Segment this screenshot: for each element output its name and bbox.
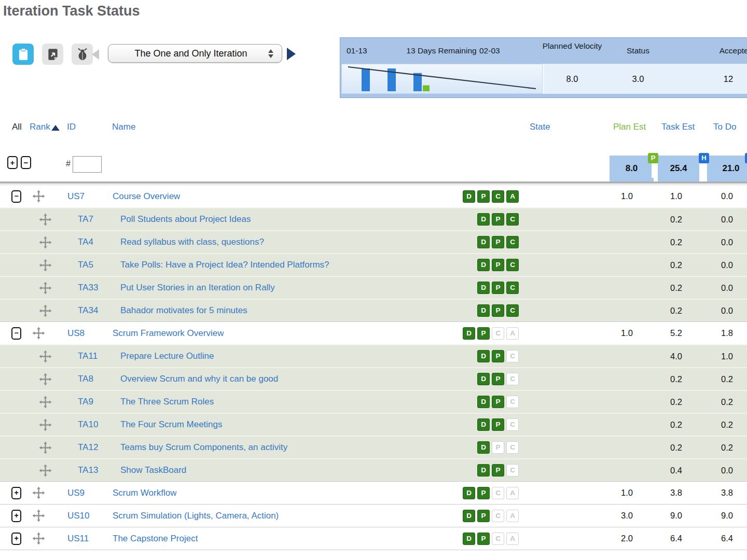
state-badge-d-filled[interactable]: D (463, 533, 475, 545)
state-badge-p-filled[interactable]: P (492, 304, 504, 317)
drag-handle-icon[interactable] (39, 304, 52, 317)
state-badge-d-filled[interactable]: D (477, 418, 490, 431)
iteration-select[interactable]: The One and Only Iteration (108, 44, 282, 63)
row-name-link[interactable]: The Capstone Project (113, 534, 198, 544)
state-badge-p-filled[interactable]: P (492, 464, 504, 477)
state-badge-p-filled[interactable]: P (492, 396, 504, 408)
state-badge-d-filled[interactable]: D (477, 259, 490, 271)
state-badge-p-filled[interactable]: P (492, 282, 504, 294)
row-id-link[interactable]: TA12 (78, 442, 98, 453)
state-badge-c-empty[interactable]: C (492, 327, 504, 340)
state-badge-a-filled[interactable]: A (506, 190, 519, 203)
collapse-row-button[interactable]: − (11, 327, 21, 340)
state-badge-c-empty[interactable]: C (492, 510, 504, 522)
state-badge-p-filled[interactable]: P (477, 327, 490, 340)
state-badge-p-filled[interactable]: P (477, 533, 490, 545)
row-name-link[interactable]: Poll Students about Project Ideas (120, 214, 251, 225)
state-badge-p-filled[interactable]: P (492, 373, 504, 385)
state-badge-c-empty[interactable]: C (506, 441, 519, 454)
state-badge-c-empty[interactable]: C (506, 464, 519, 477)
state-badge-a-empty[interactable]: A (506, 487, 519, 499)
drag-handle-icon[interactable] (32, 327, 45, 340)
drag-handle-icon[interactable] (39, 396, 52, 409)
row-name-link[interactable]: The Three Scrum Roles (120, 397, 214, 407)
row-id-link[interactable]: US7 (67, 191, 85, 202)
row-id-link[interactable]: TA34 (78, 305, 98, 316)
row-id-link[interactable]: TA13 (78, 465, 98, 475)
row-name-link[interactable]: The Four Scrum Meetings (120, 419, 223, 430)
state-badge-c-empty[interactable]: C (506, 373, 519, 385)
column-header-all[interactable]: All (12, 122, 22, 132)
row-name-link[interactable]: Show TaskBoard (120, 465, 186, 475)
column-header-task-est[interactable]: Task Est (661, 122, 695, 132)
state-badge-a-empty[interactable]: A (506, 533, 519, 545)
row-name-link[interactable]: Teams buy Scrum Components, an activity (120, 442, 287, 453)
state-badge-p-filled[interactable]: P (477, 510, 490, 522)
row-id-link[interactable]: TA33 (78, 283, 98, 293)
row-name-link[interactable]: Read syllabus with class, questions? (120, 237, 264, 247)
state-badge-p-filled[interactable]: P (492, 418, 504, 431)
state-badge-c-empty[interactable]: C (492, 487, 504, 499)
state-badge-d-filled[interactable]: D (477, 236, 490, 248)
state-badge-p-filled[interactable]: P (492, 236, 504, 248)
drag-handle-icon[interactable] (39, 418, 52, 431)
state-badge-c-filled[interactable]: C (506, 236, 519, 248)
state-badge-d-filled[interactable]: D (477, 282, 490, 294)
row-name-link[interactable]: Scrum Workflow (113, 488, 176, 498)
state-badge-d-filled[interactable]: D (463, 327, 475, 340)
state-badge-p-filled[interactable]: P (477, 190, 490, 203)
collapse-all-button[interactable]: − (21, 156, 31, 169)
column-header-state[interactable]: State (530, 122, 550, 132)
state-badge-c-empty[interactable]: C (492, 533, 504, 545)
drag-handle-icon[interactable] (39, 464, 52, 477)
state-badge-c-empty[interactable]: C (506, 350, 519, 362)
row-id-link[interactable]: TA11 (78, 351, 98, 361)
story-status-view-button[interactable] (42, 44, 63, 65)
expand-all-button[interactable]: + (7, 156, 18, 169)
column-header-name[interactable]: Name (112, 122, 135, 132)
state-badge-c-empty[interactable]: C (506, 418, 519, 431)
drag-handle-icon[interactable] (39, 282, 52, 295)
drag-handle-icon[interactable] (32, 486, 45, 499)
row-id-link[interactable]: US9 (67, 488, 85, 498)
state-badge-c-filled[interactable]: C (506, 259, 519, 271)
drag-handle-icon[interactable] (32, 509, 45, 522)
drag-handle-icon[interactable] (39, 213, 52, 226)
drag-handle-icon[interactable] (39, 350, 52, 363)
row-id-link[interactable]: TA7 (78, 214, 93, 225)
state-badge-d-filled[interactable]: D (463, 510, 475, 522)
row-name-link[interactable]: Scrum Simulation (Lights, Camera, Action… (113, 511, 279, 521)
row-id-link[interactable]: TA8 (78, 374, 93, 384)
row-name-link[interactable]: Course Overview (113, 191, 180, 202)
row-name-link[interactable]: Take Polls: Have a Project Idea? Intende… (120, 260, 329, 270)
state-badge-c-filled[interactable]: C (506, 282, 519, 294)
state-badge-c-filled[interactable]: C (506, 213, 519, 226)
state-badge-d-filled[interactable]: D (477, 396, 490, 408)
column-header-plan-est[interactable]: Plan Est (613, 122, 646, 132)
column-header-to-do[interactable]: To Do (713, 122, 736, 132)
state-badge-d-filled[interactable]: D (477, 441, 490, 454)
row-id-link[interactable]: US10 (67, 511, 90, 521)
drag-handle-icon[interactable] (39, 373, 52, 386)
drag-handle-icon[interactable] (32, 190, 45, 203)
drag-handle-icon[interactable] (39, 259, 52, 272)
state-badge-c-empty[interactable]: C (506, 396, 519, 408)
collapse-row-button[interactable]: − (11, 190, 21, 203)
row-id-link[interactable]: US11 (67, 534, 89, 544)
state-badge-p-filled[interactable]: P (492, 350, 504, 362)
row-id-link[interactable]: TA5 (78, 260, 93, 270)
row-name-link[interactable]: Scrum Framework Overview (113, 328, 224, 339)
state-badge-c-filled[interactable]: C (506, 304, 519, 317)
row-id-link[interactable]: TA10 (78, 419, 98, 430)
task-status-view-button[interactable] (12, 44, 34, 65)
row-name-link[interactable]: Prepare Lecture Outline (120, 351, 214, 361)
row-id-link[interactable]: US8 (67, 328, 85, 339)
state-badge-p-filled[interactable]: P (492, 259, 504, 271)
row-name-link[interactable]: Put User Stories in an Iteration on Rall… (120, 283, 275, 293)
state-badge-p-empty[interactable]: P (492, 441, 504, 454)
expand-row-button[interactable]: + (11, 487, 21, 499)
defect-status-view-button[interactable] (72, 44, 93, 65)
row-name-link[interactable]: Overview Scrum and why it can be good (120, 374, 278, 384)
column-header-id[interactable]: ID (67, 122, 76, 132)
state-badge-a-empty[interactable]: A (506, 510, 519, 522)
